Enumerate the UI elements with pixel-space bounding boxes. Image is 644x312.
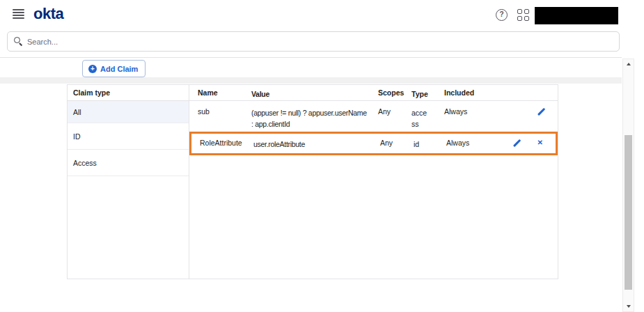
vertical-scrollbar[interactable]	[622, 58, 634, 312]
scroll-up-icon[interactable]	[623, 59, 634, 69]
cell-type: id	[405, 136, 438, 153]
okta-admin-page: okta ? Search... + Add Claim Claim type …	[0, 0, 644, 312]
claim-type-label: ID	[73, 132, 81, 141]
add-claim-label: Add Claim	[100, 65, 138, 73]
help-icon[interactable]: ?	[496, 9, 508, 21]
claims-widget: Claim type All ID Access Name Value Scop…	[67, 84, 558, 279]
claim-type-id[interactable]: ID	[68, 123, 189, 150]
search-input[interactable]: Search...	[7, 31, 620, 52]
menu-icon[interactable]	[13, 9, 24, 19]
cell-type: access	[403, 104, 436, 132]
col-header-included: Included	[436, 85, 502, 100]
claims-table: Name Value Scopes Type Included sub (app…	[189, 85, 558, 279]
section-separator	[0, 77, 622, 84]
cell-name: RoleAttribute	[191, 136, 245, 153]
plus-icon: +	[88, 65, 97, 73]
cell-scopes: Any	[370, 104, 403, 132]
claim-type-access[interactable]: Access	[68, 150, 189, 176]
okta-logo[interactable]: okta	[33, 5, 63, 23]
cell-scopes: Any	[372, 136, 405, 153]
col-header-name: Name	[189, 85, 243, 100]
edit-claim-icon[interactable]	[512, 139, 521, 147]
cell-value: user.roleAttribute	[245, 136, 372, 153]
header-divider	[0, 57, 622, 58]
cell-included: Always	[436, 104, 502, 132]
claim-type-label: All	[73, 108, 81, 116]
search-icon	[14, 37, 23, 46]
search-placeholder: Search...	[27, 38, 58, 46]
claim-type-label: Access	[73, 159, 97, 167]
add-claim-button[interactable]: + Add Claim	[82, 60, 146, 77]
scrollbar-thumb[interactable]	[625, 135, 632, 290]
col-header-value: Value	[243, 85, 370, 100]
claim-type-panel: Claim type All ID Access	[68, 85, 189, 279]
claim-type-all[interactable]: All	[68, 101, 189, 123]
col-header-type: Type	[403, 85, 436, 100]
account-menu-redacted[interactable]	[535, 7, 618, 24]
claims-table-header-row: Name Value Scopes Type Included	[189, 85, 558, 101]
scroll-down-icon[interactable]	[623, 302, 634, 311]
cell-name: sub	[189, 104, 243, 132]
claim-type-header: Claim type	[68, 85, 189, 101]
delete-claim-icon[interactable]: ✕	[537, 139, 543, 147]
apps-grid-icon[interactable]	[517, 9, 530, 22]
cell-included: Always	[438, 136, 504, 153]
top-nav: okta ?	[0, 0, 644, 28]
cell-value: (appuser != null) ? appuser.userName : a…	[243, 104, 370, 132]
table-row-roleattribute-highlighted: RoleAttribute user.roleAttribute Any id …	[189, 132, 558, 155]
edit-claim-icon[interactable]	[537, 107, 545, 116]
table-row-sub: sub (appuser != null) ? appuser.userName…	[189, 101, 558, 132]
col-header-scopes: Scopes	[370, 85, 403, 100]
